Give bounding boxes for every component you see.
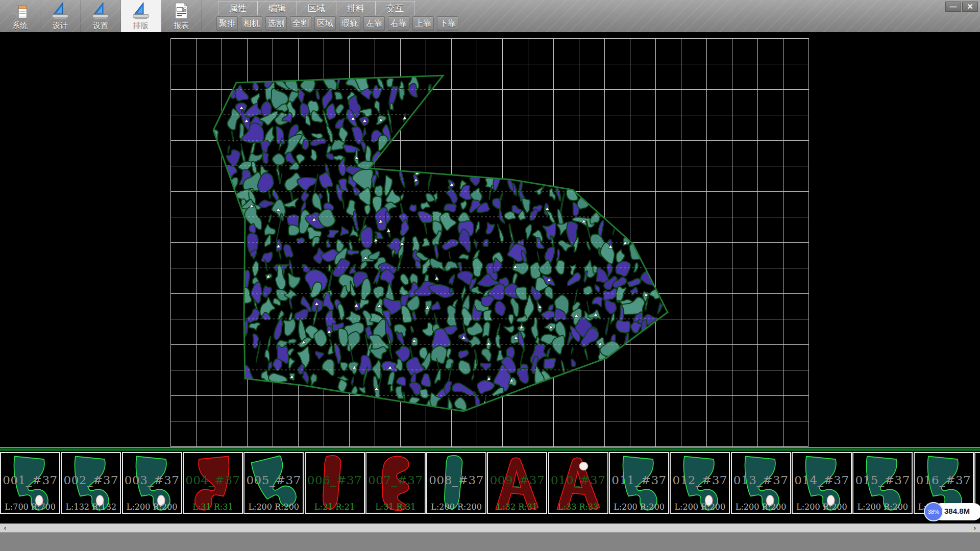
main-tab-label: 排版 — [133, 21, 149, 30]
piece-id-label: 016_#37 — [915, 473, 973, 487]
piece-thumbnail-4[interactable]: 004_#37L:31 R:31 — [183, 452, 243, 514]
piece-thumbnail-3[interactable]: 003_#37L:200 R:200 — [122, 452, 182, 514]
tool-button-4[interactable]: 区域 — [314, 16, 336, 31]
piece-id-label: 003_#37 — [123, 473, 181, 487]
main-tab-design[interactable]: 设计 — [40, 0, 81, 32]
main-tab-layout[interactable]: 排版 — [121, 0, 161, 32]
strip-separator-line — [0, 447, 980, 448]
memory-size-label: 384.8M — [944, 507, 970, 515]
tool-button-6[interactable]: 左靠 — [363, 16, 385, 31]
close-button[interactable]: ✕ — [962, 2, 978, 12]
piece-count-label: L:21 R:21 — [306, 502, 364, 512]
piece-thumbnail-10[interactable]: 010_#37L:33 R:33 — [548, 452, 608, 514]
tool-row: 聚排相机选割全割区域瑕疵左靠右靠上靠下靠 — [216, 16, 458, 31]
tool-button-0[interactable]: 聚排 — [216, 16, 238, 31]
piece-thumbnail-5[interactable]: 005_#37L:200 R:200 — [243, 452, 304, 514]
piece-thumbnail-strip: 001_#37L:700 R:700002_#37L:132 R:132003_… — [0, 452, 980, 514]
piece-count-label: L:200 R:200 — [427, 502, 485, 512]
piece-thumbnail-8[interactable]: 008_#37L:200 R:200 — [426, 452, 486, 514]
piece-count-label: L:200 R:200 — [793, 502, 851, 512]
piece-id-label: 001_#37 — [1, 473, 59, 487]
tool-button-8[interactable]: 上靠 — [412, 16, 434, 31]
piece-count-label: L:200 R:200 — [671, 502, 729, 512]
piece-count-label: L:200 R:200 — [244, 502, 303, 512]
piece-id-label: 004_#37 — [184, 473, 242, 487]
scroll-left-arrow-icon[interactable]: ‹ — [1, 524, 9, 532]
piece-thumbnail-9[interactable]: 009_#37L:32 R:31 — [487, 452, 547, 514]
main-tab-label: 系统 — [12, 21, 28, 30]
piece-thumbnail-13[interactable]: 013_#37L:200 R:200 — [731, 452, 791, 514]
piece-thumbnail-6[interactable]: 006_#37L:21 R:21 — [305, 452, 365, 514]
set-square-icon — [51, 2, 70, 21]
main-tab-label: 设置 — [93, 21, 108, 30]
piece-count-label: L:700 R:700 — [1, 502, 59, 512]
piece-id-label: 010_#37 — [549, 473, 607, 487]
piece-id-label: 009_#37 — [488, 473, 546, 487]
piece-thumbnail-1[interactable]: 001_#37L:700 R:700 — [0, 452, 60, 514]
piece-count-label: L:200 R:200 — [610, 502, 668, 512]
piece-count-label: L:31 R:31 — [366, 502, 425, 512]
set-square-icon — [131, 2, 151, 21]
report-icon — [172, 2, 191, 21]
tool-button-1[interactable]: 相机 — [241, 16, 262, 31]
piece-thumbnail-12[interactable]: 012_#37L:200 R:200 — [670, 452, 730, 514]
tool-button-7[interactable]: 右靠 — [388, 16, 409, 31]
horizontal-scrollbar[interactable]: ‹ › — [0, 523, 980, 532]
piece-count-label: L:32 R:31 — [488, 502, 546, 512]
piece-count-label: L:200 R:200 — [732, 502, 790, 512]
main-tab-label: 设计 — [53, 21, 68, 30]
piece-id-label: 015_#37 — [853, 473, 912, 487]
menu-item-2[interactable]: 区域 — [297, 1, 336, 15]
status-bar — [0, 532, 980, 551]
piece-id-label: 002_#37 — [62, 473, 120, 487]
piece-id-label: 005_#37 — [244, 473, 303, 487]
piece-id-label: 012_#37 — [671, 473, 729, 487]
menu-item-3[interactable]: 排料 — [336, 1, 376, 15]
gear-doc-icon — [10, 2, 30, 21]
scroll-right-arrow-icon[interactable]: › — [971, 524, 979, 532]
menu-item-0[interactable]: 属性 — [218, 1, 258, 15]
piece-id-label: 008_#37 — [427, 473, 485, 487]
piece-count-label: L:132 R:132 — [62, 502, 120, 512]
piece-id-label: 013_#37 — [732, 473, 790, 487]
tool-button-9[interactable]: 下靠 — [437, 16, 458, 31]
main-tab-report[interactable]: 报表 — [161, 0, 202, 32]
piece-id-label: 014_#37 — [793, 473, 851, 487]
piece-thumbnail-7[interactable]: 007_#37L:31 R:31 — [365, 452, 426, 514]
piece-id-label: 007_#37 — [366, 473, 425, 487]
main-button-group: 系统设计设置排版报表 — [0, 0, 202, 32]
piece-thumbnail-11[interactable]: 011_#37L:200 R:200 — [609, 452, 669, 514]
tool-button-3[interactable]: 全割 — [290, 16, 311, 31]
piece-thumbnail-14[interactable]: 014_#37L:200 R:200 — [792, 452, 852, 514]
toolbar: 系统设计设置排版报表 属性编辑区域排料交互 聚排相机选割全割区域瑕疵左靠右靠上靠… — [0, 0, 980, 33]
piece-thumbnail-15[interactable]: 015_#37L:200 R:200 — [852, 452, 913, 514]
piece-count-label: L:200 R:200 — [853, 502, 912, 512]
set-square-icon — [91, 2, 110, 21]
tool-button-5[interactable]: 瑕疵 — [339, 16, 360, 31]
menu-item-1[interactable]: 编辑 — [257, 1, 297, 15]
piece-count-label: L:31 R:31 — [184, 502, 242, 512]
strip-separator-line — [0, 449, 980, 450]
piece-shape — [978, 454, 980, 512]
piece-id-label: 006_#37 — [306, 473, 364, 487]
piece-count-label: L:33 R:33 — [549, 502, 607, 512]
minimize-button[interactable]: — — [945, 2, 961, 12]
piece-id-label: 011_#37 — [610, 473, 668, 487]
memory-percent-indicator: 38% — [924, 502, 943, 521]
main-tab-system[interactable]: 系统 — [0, 0, 40, 32]
piece-thumbnail-2[interactable]: 002_#37L:132 R:132 — [61, 452, 121, 514]
piece-count-label: L:200 R:200 — [123, 502, 181, 512]
main-tab-label: 报表 — [174, 21, 189, 30]
menu-item-4[interactable]: 交互 — [375, 1, 415, 15]
menu-row: 属性编辑区域排料交互 — [218, 1, 414, 15]
tool-button-2[interactable]: 选割 — [265, 16, 287, 31]
main-tab-settings[interactable]: 设置 — [81, 0, 121, 32]
